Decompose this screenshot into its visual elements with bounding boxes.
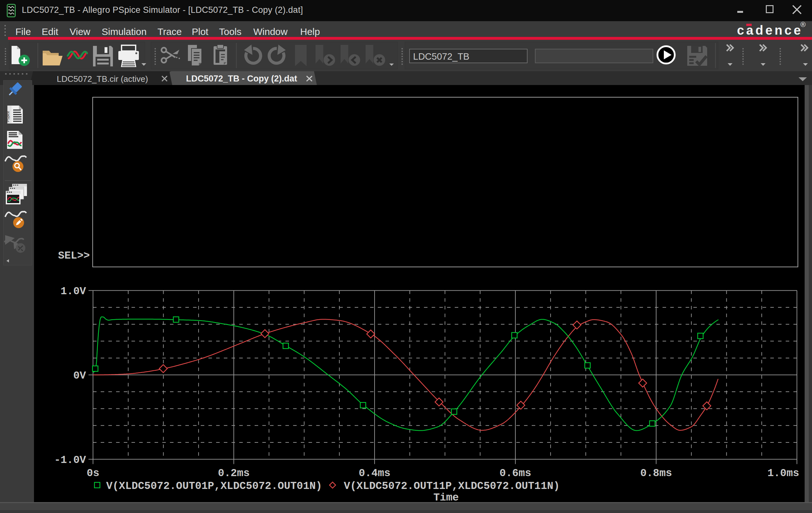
svg-text:1.0ms: 1.0ms bbox=[767, 467, 799, 479]
svg-text:0V: 0V bbox=[73, 370, 86, 382]
svg-text:0.2ms: 0.2ms bbox=[218, 467, 250, 479]
svg-text:1.0V: 1.0V bbox=[61, 286, 86, 297]
svg-text:V(XLDC5072.OUT11P,XLDC5072.OUT: V(XLDC5072.OUT11P,XLDC5072.OUT11N) bbox=[344, 480, 560, 492]
svg-text:0s: 0s bbox=[87, 467, 99, 479]
svg-text:0.6ms: 0.6ms bbox=[499, 467, 531, 479]
svg-text:-1.0V: -1.0V bbox=[54, 454, 86, 466]
svg-text:SEL>>: SEL>> bbox=[58, 250, 90, 262]
svg-text:0.8ms: 0.8ms bbox=[640, 467, 672, 479]
svg-text:PSpice: PSpice bbox=[7, 111, 10, 122]
svg-text:V(XLDC5072.OUT01P,XLDC5072.OUT: V(XLDC5072.OUT01P,XLDC5072.OUT01N) bbox=[106, 480, 322, 492]
svg-text:0.4ms: 0.4ms bbox=[358, 467, 390, 479]
